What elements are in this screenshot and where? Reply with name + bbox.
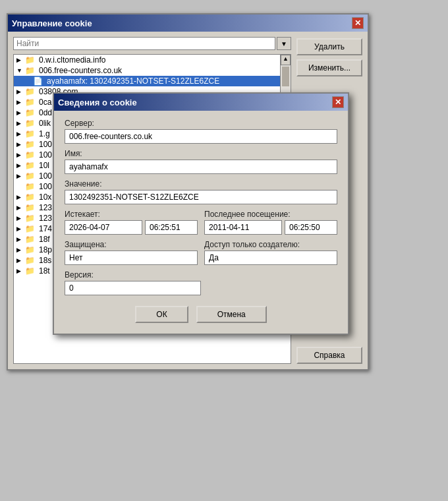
tree-item-label: 18s <box>39 256 51 265</box>
creator-only-input[interactable] <box>204 250 337 265</box>
tree-arrow-icon: ▶ <box>16 268 23 274</box>
tree-item-label: 0dd <box>39 108 52 117</box>
tree-arrow-icon: ▶ <box>16 236 23 243</box>
expires-time-input[interactable] <box>145 220 198 235</box>
main-title-bar: Управление cookie ✕ <box>8 15 368 32</box>
tree-item-label: 174 <box>39 224 52 233</box>
folder-icon: 📁 <box>25 245 35 254</box>
help-button[interactable]: Справка <box>296 347 362 364</box>
dialog-buttons: ОК Отмена <box>65 306 337 323</box>
version-group: Версия: <box>65 270 201 295</box>
tree-item-label: 18f <box>39 235 50 244</box>
tree-arrow-icon: ▶ <box>16 57 23 63</box>
tree-arrow-icon: ▶ <box>16 88 23 95</box>
folder-icon: 📁 <box>25 171 35 181</box>
ok-button[interactable]: ОК <box>135 306 188 323</box>
name-label: Имя: <box>65 149 337 158</box>
tree-item[interactable]: ▶📁0.w.i.cltomedia.info <box>14 55 280 65</box>
dropdown-arrow-icon: ▼ <box>281 40 287 47</box>
folder-icon: 📁 <box>25 150 35 160</box>
folder-icon: 📁 <box>25 108 35 117</box>
server-label: Сервер: <box>65 119 337 128</box>
tree-item-label: 100 <box>39 140 52 149</box>
folder-icon: 📁 <box>25 119 35 128</box>
search-dropdown-button[interactable]: ▼ <box>277 37 291 50</box>
expires-group: Истекает: <box>65 210 198 235</box>
dates-row: Истекает: Последнее посещение: <box>65 210 337 235</box>
cookie-title-bar: Сведения о cookie ✕ <box>54 94 348 111</box>
folder-icon: 📁 <box>25 256 35 265</box>
folder-icon: 📁 <box>25 66 35 75</box>
last-visit-date-input[interactable] <box>204 220 282 235</box>
folder-icon: 📁 <box>25 129 35 138</box>
scroll-thumb[interactable] <box>282 67 289 86</box>
secure-input[interactable] <box>65 250 198 265</box>
folder-icon: 📁 <box>25 203 35 212</box>
search-bar: ▼ <box>13 37 291 50</box>
folder-icon: 📁 <box>25 55 35 65</box>
tree-item-label: 0lik <box>39 119 51 128</box>
cookie-dialog-content: Сервер: Имя: Значение: Истекает: Последн… <box>54 111 348 334</box>
last-visit-label: Последнее посещение: <box>204 210 337 219</box>
tree-item-label: 123 <box>39 214 52 223</box>
secure-row: Защищена: Доступ только создателю: <box>65 240 337 265</box>
folder-icon: 📁 <box>25 235 35 244</box>
folder-icon: 📁 <box>25 266 35 276</box>
tree-arrow-icon: ▶ <box>16 215 23 221</box>
tree-arrow-icon: ▶ <box>16 225 23 232</box>
secure-group: Защищена: <box>65 240 198 265</box>
tree-arrow-icon: ▶ <box>16 120 23 127</box>
tree-arrow-icon: ▶ <box>16 99 23 105</box>
creator-only-group: Доступ только создателю: <box>204 240 337 265</box>
tree-item-label: 0.w.i.cltomedia.info <box>39 55 105 65</box>
last-visit-time-input[interactable] <box>285 220 337 235</box>
delete-button[interactable]: Удалить <box>296 38 362 55</box>
value-field-group: Значение: <box>65 179 337 204</box>
tree-arrow-icon: ▶ <box>16 257 23 264</box>
tree-item-label: 18p <box>39 245 52 254</box>
tree-item-label: 006.free-counters.co.uk <box>39 66 122 75</box>
tree-arrow-icon: ▶ <box>16 141 23 148</box>
last-visit-inputs <box>204 220 337 235</box>
tree-item[interactable]: ▼📁006.free-counters.co.uk <box>14 65 280 76</box>
folder-icon: 📁 <box>25 98 35 107</box>
tree-item-label: 100 <box>39 171 52 181</box>
cancel-button[interactable]: Отмена <box>196 306 267 323</box>
last-visit-group: Последнее посещение: <box>204 210 337 235</box>
folder-icon: 📁 <box>25 182 35 191</box>
tree-item-label: 18t <box>39 266 50 276</box>
tree-item-label: 10x <box>39 192 51 202</box>
tree-arrow-icon: ▶ <box>16 162 23 169</box>
tree-arrow-icon: ▼ <box>16 67 23 74</box>
version-label: Версия: <box>65 270 201 280</box>
folder-icon: 📁 <box>25 161 35 170</box>
tree-item-label: 1.g <box>39 129 50 138</box>
tree-item-label: 100 <box>39 150 52 160</box>
tree-item-label: 123 <box>39 203 52 212</box>
search-input[interactable] <box>13 37 275 50</box>
change-button[interactable]: Изменить... <box>296 59 362 76</box>
tree-arrow-icon: ▶ <box>16 194 23 200</box>
cookie-info-dialog: Сведения о cookie ✕ Сервер: Имя: Значени… <box>53 92 349 335</box>
name-input[interactable] <box>65 160 337 174</box>
cookie-close-button[interactable]: ✕ <box>332 96 344 108</box>
server-field-group: Сервер: <box>65 119 337 144</box>
tree-arrow-icon: ▶ <box>16 131 23 137</box>
tree-arrow-icon: ▶ <box>16 173 23 179</box>
server-input[interactable] <box>65 129 337 144</box>
tree-item[interactable]: 📄ayahamafx: 1302492351-NOTSET-S12ZLE6ZCE <box>14 76 280 86</box>
main-close-button[interactable]: ✕ <box>352 17 364 29</box>
folder-icon: 📄 <box>33 76 43 86</box>
creator-only-label: Доступ только создателю: <box>204 240 337 249</box>
expires-date-input[interactable] <box>65 220 142 235</box>
tree-item-label: 100 <box>39 182 52 191</box>
folder-icon: 📁 <box>25 140 35 149</box>
cookie-dialog-title: Сведения о cookie <box>58 98 137 107</box>
value-input[interactable] <box>65 190 337 204</box>
tree-item-label: 10l <box>39 161 49 170</box>
version-input[interactable] <box>65 281 201 295</box>
tree-arrow-icon: ▶ <box>16 152 23 158</box>
tree-arrow-icon: ▶ <box>16 109 23 116</box>
scroll-up-button[interactable]: ▲ <box>281 55 291 65</box>
tree-item-label: 0ca <box>39 98 51 107</box>
